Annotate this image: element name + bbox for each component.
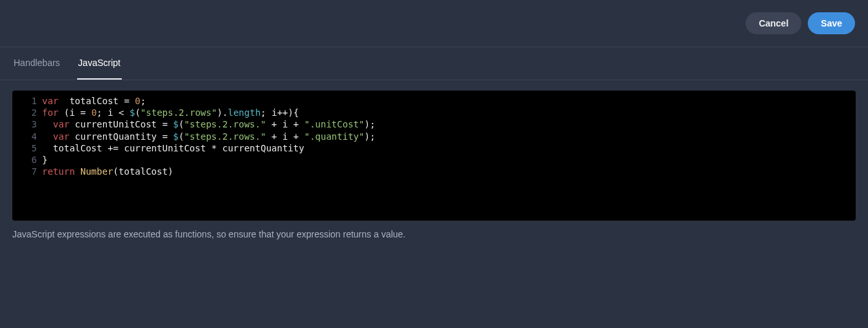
line-content: var currentUnitCost = $("steps.2.rows." …: [42, 118, 856, 130]
line-content: return Number(totalCost): [42, 166, 856, 177]
code-line: 6 }: [12, 154, 856, 166]
line-number: 6: [12, 154, 42, 166]
line-number: 7: [12, 166, 42, 177]
line-number: 1: [12, 95, 42, 107]
code-line: 3 var currentUnitCost = $("steps.2.rows.…: [12, 118, 856, 130]
tab-handlebars[interactable]: Handlebars: [12, 47, 62, 80]
line-content: }: [42, 154, 856, 166]
line-content: var currentQuantity = $("steps.2.rows." …: [42, 131, 856, 142]
line-number: 3: [12, 118, 42, 130]
content-area: 1 var totalCost = 0; 2 for (i = 0; i < $…: [0, 80, 868, 239]
save-button[interactable]: Save: [808, 12, 855, 34]
header-toolbar: Cancel Save: [0, 0, 868, 47]
line-content: var totalCost = 0;: [42, 95, 856, 107]
code-line: 7 return Number(totalCost): [12, 166, 856, 177]
tabs-bar: Handlebars JavaScript: [0, 47, 868, 80]
cancel-button[interactable]: Cancel: [746, 12, 801, 34]
code-line: 1 var totalCost = 0;: [12, 95, 856, 107]
code-line: 5 totalCost += currentUnitCost * current…: [12, 142, 856, 154]
code-line: 2 for (i = 0; i < $("steps.2.rows").leng…: [12, 107, 856, 118]
line-content: for (i = 0; i < $("steps.2.rows").length…: [42, 107, 856, 118]
line-content: totalCost += currentUnitCost * currentQu…: [42, 142, 856, 154]
code-editor[interactable]: 1 var totalCost = 0; 2 for (i = 0; i < $…: [12, 91, 856, 221]
help-text: JavaScript expressions are executed as f…: [12, 229, 856, 239]
line-number: 5: [12, 142, 42, 154]
line-number: 2: [12, 107, 42, 118]
line-number: 4: [12, 131, 42, 142]
code-line: 4 var currentQuantity = $("steps.2.rows.…: [12, 131, 856, 142]
tab-javascript[interactable]: JavaScript: [77, 47, 122, 80]
